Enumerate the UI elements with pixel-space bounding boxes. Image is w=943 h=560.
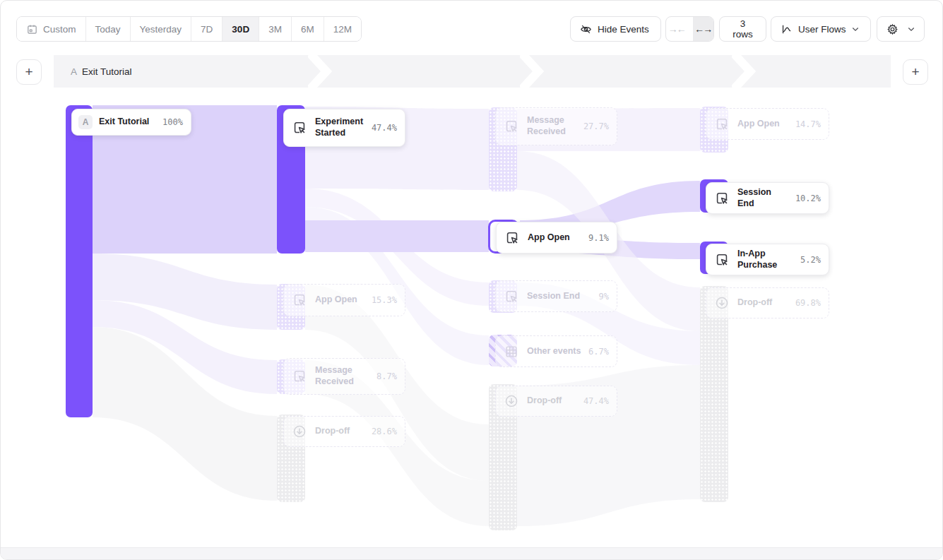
node-label: App Open [528, 232, 582, 244]
node-badge: A [78, 115, 93, 129]
date-range-label: 12M [333, 24, 352, 35]
eye-off-icon [580, 23, 592, 35]
footer-strip [1, 547, 942, 559]
toolbar: CustomTodayYesterday7D30D3M6M12M Hide Ev… [1, 16, 942, 42]
node-card-drop-off-2[interactable]: Drop-off28.6% [283, 416, 405, 447]
node-label: In-App Purchase [737, 249, 794, 270]
event-icon [502, 117, 521, 136]
event-icon [290, 367, 309, 386]
plus-icon: + [911, 64, 919, 80]
node-card-app-open-4[interactable]: App Open14.7% [706, 108, 829, 140]
node-label: Exit Tutorial [99, 117, 156, 128]
node-card-exit-tutorial[interactable]: AExit Tutorial100% [71, 109, 191, 136]
step-badge: A [71, 66, 77, 77]
settings-button[interactable] [877, 16, 925, 42]
date-range-label: 3M [268, 24, 282, 35]
node-percent: 100% [162, 117, 183, 127]
node-bar-exit-tutorial[interactable] [66, 105, 93, 417]
view-mode-label: User Flows [798, 24, 846, 35]
node-label: Message Received [527, 115, 577, 137]
expand-arrows-icon: ←→ [694, 23, 711, 35]
node-label: App Open [315, 294, 365, 306]
node-label: Message Received [315, 365, 370, 387]
node-percent: 47.4% [583, 396, 609, 406]
flow-link [305, 220, 489, 252]
gear-icon [886, 23, 898, 35]
date-range-12m[interactable]: 12M [324, 17, 361, 41]
node-card-drop-off-4[interactable]: Drop-off69.8% [706, 287, 829, 318]
step-header[interactable]: A Exit Tutorial [71, 55, 132, 88]
date-range-label: Yesterday [140, 24, 182, 35]
user-flows-chart-icon [781, 23, 793, 35]
node-label: Session End [527, 291, 593, 302]
node-card-other-events-3[interactable]: Other events6.7% [495, 335, 617, 367]
date-range-3m[interactable]: 3M [259, 17, 292, 41]
step-header-band: A Exit Tutorial [54, 55, 891, 88]
dropoff-icon [290, 422, 309, 441]
plus-icon: + [25, 64, 32, 80]
event-icon [503, 229, 521, 247]
view-mode-button[interactable]: User Flows [771, 16, 871, 42]
calendar-icon [26, 23, 38, 35]
node-label: Other events [527, 346, 582, 357]
node-percent: 28.6% [372, 427, 397, 436]
node-label: App Open [737, 119, 789, 130]
step-separator-chevron [308, 55, 332, 88]
event-icon [290, 119, 309, 137]
event-icon [713, 115, 731, 133]
date-range-7d[interactable]: 7D [191, 17, 223, 41]
date-range-label: Today [95, 24, 121, 35]
node-card-app-open-3[interactable]: App Open9.1% [496, 222, 617, 254]
node-percent: 6.7% [588, 347, 609, 357]
add-step-right-button[interactable]: + [903, 59, 928, 85]
date-range-label: 6M [301, 24, 314, 35]
date-range-yesterday[interactable]: Yesterday [131, 17, 192, 41]
hide-events-label: Hide Events [598, 24, 649, 35]
event-icon [290, 291, 309, 309]
date-range-label: 7D [201, 24, 213, 35]
rows-label: 3 rows [729, 18, 757, 40]
add-step-left-button[interactable]: + [16, 59, 42, 85]
node-card-in-app-purchase-4[interactable]: In-App Purchase5.2% [706, 244, 829, 275]
date-range-label: Custom [43, 24, 76, 35]
width-toggle: →← ←→ [665, 16, 714, 42]
node-label: Drop-off [737, 297, 789, 309]
date-range-today[interactable]: Today [86, 17, 131, 41]
node-card-message-received-3[interactable]: Message Received27.7% [495, 107, 617, 145]
node-percent: 14.7% [795, 119, 821, 129]
node-card-app-open-2[interactable]: App Open15.3% [283, 284, 405, 316]
collapse-columns-button[interactable]: →← [666, 17, 687, 41]
node-card-session-end-4[interactable]: Session End10.2% [706, 182, 829, 214]
event-icon [713, 251, 731, 269]
node-label: Experiment Started [315, 117, 365, 138]
date-range-custom[interactable]: Custom [17, 17, 86, 41]
collapse-arrows-icon: →← [668, 23, 685, 35]
other-events-icon [502, 342, 521, 361]
node-percent: 27.7% [583, 121, 609, 131]
node-label: Drop-off [315, 426, 365, 437]
node-card-message-received-2[interactable]: Message Received8.7% [283, 358, 405, 395]
event-icon [502, 287, 521, 306]
step-separator-chevron [732, 55, 756, 88]
expand-columns-button[interactable]: ←→ [693, 17, 714, 41]
node-percent: 8.7% [376, 371, 397, 381]
hide-events-button[interactable]: Hide Events [570, 16, 661, 42]
node-percent: 9% [599, 292, 609, 302]
node-card-drop-off-3[interactable]: Drop-off47.4% [495, 386, 617, 417]
dropoff-icon [502, 392, 521, 410]
node-card-session-end-3[interactable]: Session End9% [495, 280, 617, 312]
dropoff-icon [713, 294, 731, 312]
node-percent: 5.2% [800, 255, 821, 265]
date-range-6m[interactable]: 6M [292, 17, 324, 41]
date-range-30d[interactable]: 30D [223, 17, 259, 41]
node-card-experiment-started[interactable]: Experiment Started47.4% [283, 109, 405, 147]
node-label: Drop-off [527, 395, 577, 407]
date-range-selector: CustomTodayYesterday7D30D3M6M12M [16, 16, 362, 42]
node-percent: 10.2% [795, 193, 821, 203]
date-range-label: 30D [232, 24, 249, 35]
chevron-down-icon [908, 27, 915, 32]
chevron-down-icon [852, 27, 859, 32]
rows-button[interactable]: 3 rows [719, 16, 766, 42]
node-percent: 69.8% [795, 298, 821, 308]
node-percent: 15.3% [372, 295, 397, 305]
